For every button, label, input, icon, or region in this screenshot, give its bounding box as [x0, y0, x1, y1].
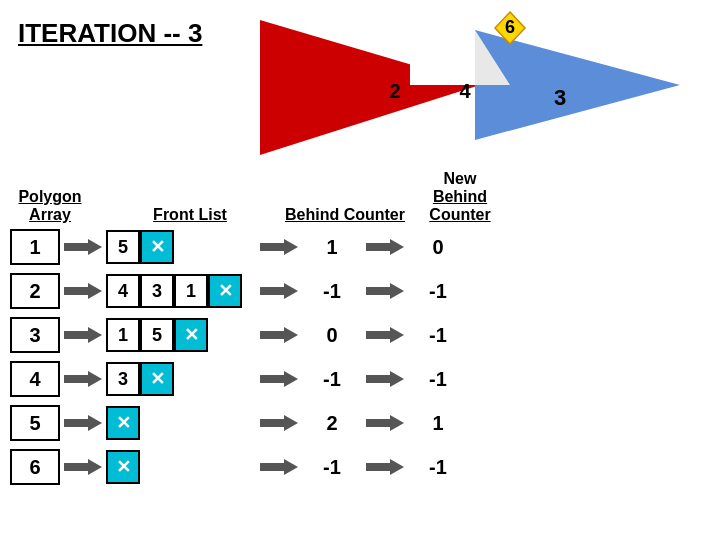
table-row: 5 ✕ 2 1 [10, 404, 710, 442]
table-row: 3 15✕ 0 -1 [10, 316, 710, 354]
svg-marker-15 [64, 327, 102, 343]
polygon-cell: 4 [10, 361, 60, 397]
svg-marker-24 [64, 459, 102, 475]
polygon-cell: 5 [10, 405, 60, 441]
row-arrow-3 [366, 281, 404, 301]
x-box[interactable]: ✕ [106, 406, 140, 440]
svg-marker-10 [260, 239, 298, 255]
row-arrow-3 [366, 457, 404, 477]
svg-marker-12 [64, 283, 102, 299]
svg-marker-22 [260, 415, 298, 431]
row-arrow-1 [64, 281, 102, 301]
list-box: 1 [106, 318, 140, 352]
behind-counter: -1 [302, 449, 362, 485]
x-box[interactable]: ✕ [140, 362, 174, 396]
list-box: 3 [106, 362, 140, 396]
row-arrow-1 [64, 369, 102, 389]
polygon-cell: 6 [10, 449, 60, 485]
svg-marker-19 [260, 371, 298, 387]
table-row: 2 431✕ -1 -1 [10, 272, 710, 310]
front-list: 3✕ [106, 362, 256, 396]
column-headers: Polygon Array Front List Behind Counter … [10, 170, 710, 224]
list-box: 1 [174, 274, 208, 308]
row-arrow-3 [366, 413, 404, 433]
row-arrow-2 [260, 369, 298, 389]
polygon-cell: 3 [10, 317, 60, 353]
header-new-behind-wrapper: New Behind Counter [410, 170, 510, 224]
row-arrow-3 [366, 369, 404, 389]
list-box: 4 [106, 274, 140, 308]
behind-counter: -1 [302, 273, 362, 309]
row-arrow-2 [260, 237, 298, 257]
new-behind-counter: -1 [408, 449, 468, 485]
x-box[interactable]: ✕ [140, 230, 174, 264]
row-arrow-3 [366, 325, 404, 345]
x-box[interactable]: ✕ [174, 318, 208, 352]
svg-marker-18 [64, 371, 102, 387]
list-box: 3 [140, 274, 174, 308]
new-behind-counter: -1 [408, 317, 468, 353]
header-new-behind-counter: Behind Counter [410, 188, 510, 224]
row-arrow-2 [260, 325, 298, 345]
new-behind-counter: -1 [408, 273, 468, 309]
svg-marker-20 [366, 371, 404, 387]
row-arrow-2 [260, 281, 298, 301]
behind-counter: 0 [302, 317, 362, 353]
table-row: 1 5✕ 1 0 [10, 228, 710, 266]
new-behind-counter: 0 [408, 229, 468, 265]
diagram-area: 6 2 4 3 [200, 10, 680, 170]
header-behind-counter: Behind Counter [280, 206, 410, 224]
new-behind-counter: 1 [408, 405, 468, 441]
svg-marker-16 [260, 327, 298, 343]
svg-marker-13 [260, 283, 298, 299]
page-title: ITERATION -- 3 [18, 18, 202, 49]
behind-counter: 2 [302, 405, 362, 441]
behind-counter: 1 [302, 229, 362, 265]
svg-marker-23 [366, 415, 404, 431]
svg-marker-11 [366, 239, 404, 255]
header-front-list: Front List [110, 206, 270, 224]
row-arrow-1 [64, 413, 102, 433]
new-behind-counter: -1 [408, 361, 468, 397]
svg-marker-0 [260, 20, 480, 155]
front-list: ✕ [106, 450, 256, 484]
front-list: 5✕ [106, 230, 256, 264]
header-polygon-array: Polygon Array [10, 188, 90, 224]
svg-text:6: 6 [505, 17, 515, 37]
svg-text:3: 3 [554, 85, 566, 110]
svg-marker-14 [366, 283, 404, 299]
rows-container: 1 5✕ 1 02 431✕ -1 -13 15✕ 0 -14 3✕ -1 -1… [10, 228, 710, 486]
front-list: 431✕ [106, 274, 256, 308]
svg-marker-9 [64, 239, 102, 255]
table-row: 6 ✕ -1 -1 [10, 448, 710, 486]
row-arrow-2 [260, 457, 298, 477]
front-list: 15✕ [106, 318, 256, 352]
svg-marker-17 [366, 327, 404, 343]
front-list: ✕ [106, 406, 256, 440]
svg-text:2: 2 [389, 80, 400, 102]
x-box[interactable]: ✕ [106, 450, 140, 484]
polygon-cell: 1 [10, 229, 60, 265]
data-table: Polygon Array Front List Behind Counter … [10, 170, 710, 492]
svg-marker-25 [260, 459, 298, 475]
svg-marker-26 [366, 459, 404, 475]
polygon-cell: 2 [10, 273, 60, 309]
header-new-label: New [410, 170, 510, 188]
svg-marker-21 [64, 415, 102, 431]
list-box: 5 [106, 230, 140, 264]
row-arrow-2 [260, 413, 298, 433]
svg-text:4: 4 [459, 80, 471, 102]
behind-counter: -1 [302, 361, 362, 397]
table-row: 4 3✕ -1 -1 [10, 360, 710, 398]
x-box[interactable]: ✕ [208, 274, 242, 308]
row-arrow-3 [366, 237, 404, 257]
row-arrow-1 [64, 325, 102, 345]
row-arrow-1 [64, 457, 102, 477]
list-box: 5 [140, 318, 174, 352]
row-arrow-1 [64, 237, 102, 257]
